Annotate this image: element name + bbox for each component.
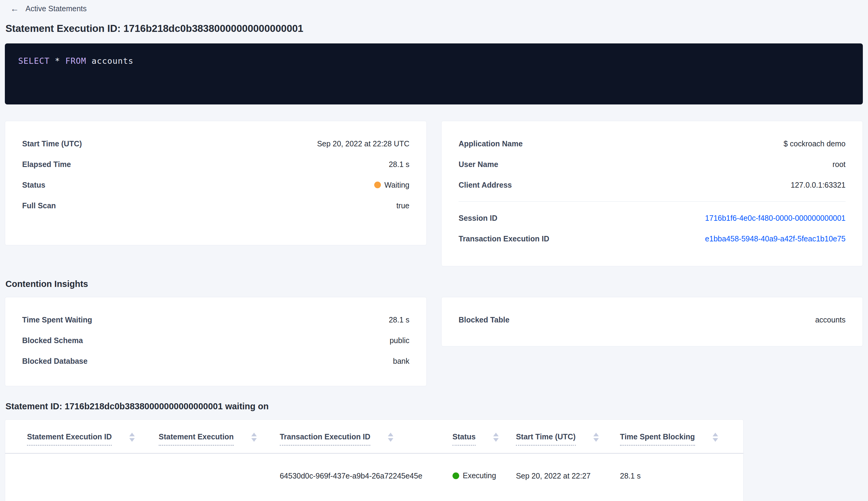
blocked-schema-label: Blocked Schema xyxy=(22,336,83,345)
column-header-time-spent-blocking[interactable]: Time Spent Blocking xyxy=(620,420,743,453)
sql-table-name: accounts xyxy=(92,56,133,66)
cell-time-spent-blocking: 28.1 s xyxy=(620,453,743,501)
client-address-label: Client Address xyxy=(458,181,512,190)
sort-icon[interactable] xyxy=(388,433,393,442)
card-divider xyxy=(458,201,846,202)
sort-icon[interactable] xyxy=(493,433,499,442)
transaction-execution-id-label: Transaction Execution ID xyxy=(458,234,549,243)
client-address-row: Client Address 127.0.0.1:63321 xyxy=(458,174,846,195)
cell-transaction-execution-id: 64530d0c-969f-437e-a9b4-26a72245e45e xyxy=(280,453,453,501)
back-arrow-icon: ← xyxy=(10,4,19,13)
sort-icon[interactable] xyxy=(251,433,257,442)
blocked-table-label: Blocked Table xyxy=(458,316,510,324)
cell-start-time: Sep 20, 2022 at 22:27 xyxy=(516,453,620,501)
column-header-statement-execution[interactable]: Statement Execution xyxy=(159,420,280,453)
status-text: Waiting xyxy=(384,181,410,190)
blocked-table-row: Blocked Table accounts xyxy=(458,309,846,330)
session-id-link[interactable]: 1716b1f6-4e0c-f480-0000-000000000001 xyxy=(705,214,846,223)
blocked-schema-row: Blocked Schema public xyxy=(22,330,410,351)
column-label: Statement Execution xyxy=(159,433,234,446)
column-header-start-time[interactable]: Start Time (UTC) xyxy=(516,420,620,453)
elapsed-time-row: Elapsed Time 28.1 s xyxy=(22,154,410,174)
status-label: Status xyxy=(22,181,45,190)
execution-details-card: Start Time (UTC) Sep 20, 2022 at 22:28 U… xyxy=(5,121,427,245)
status-value: Waiting xyxy=(374,181,410,190)
full-scan-value: true xyxy=(397,201,410,210)
time-spent-waiting-row: Time Spent Waiting 28.1 s xyxy=(22,309,410,330)
application-name-value: $ cockroach demo xyxy=(784,139,846,148)
cell-statement-execution-id xyxy=(5,453,159,501)
sql-keyword-select: SELECT xyxy=(18,56,50,66)
overview-cards-row: Start Time (UTC) Sep 20, 2022 at 22:28 U… xyxy=(5,121,863,266)
session-details-card: Application Name $ cockroach demo User N… xyxy=(441,121,863,266)
blocked-schema-value: public xyxy=(390,336,410,345)
column-header-status[interactable]: Status xyxy=(453,420,516,453)
sort-icon[interactable] xyxy=(713,433,718,442)
executing-status-dot-icon xyxy=(453,472,459,479)
session-id-row: Session ID 1716b1f6-4e0c-f480-0000-00000… xyxy=(458,208,846,228)
user-name-row: User Name root xyxy=(458,154,846,174)
column-header-transaction-execution-id[interactable]: Transaction Execution ID xyxy=(280,420,453,453)
start-time-value: Sep 20, 2022 at 22:28 UTC xyxy=(317,139,410,148)
waiting-status-dot-icon xyxy=(374,182,381,188)
sort-icon[interactable] xyxy=(593,433,599,442)
column-label: Status xyxy=(453,433,476,446)
waiting-on-table: Statement Execution ID Statement Executi… xyxy=(5,420,743,501)
breadcrumb-label: Active Statements xyxy=(25,4,87,13)
cell-status: Executing xyxy=(453,453,516,501)
column-label: Statement Execution ID xyxy=(27,433,112,446)
contention-insights-heading: Contention Insights xyxy=(6,279,863,289)
session-id-label: Session ID xyxy=(458,214,497,223)
user-name-label: User Name xyxy=(458,160,498,169)
cell-status-text: Executing xyxy=(463,471,496,480)
statement-details-page: ← Active Statements Statement Execution … xyxy=(0,0,868,501)
cell-statement-execution xyxy=(159,453,280,501)
blocked-table-value: accounts xyxy=(815,316,846,324)
blocked-database-value: bank xyxy=(393,357,410,365)
sql-keyword-from: FROM xyxy=(65,56,86,66)
sql-star: * xyxy=(55,56,60,66)
time-spent-waiting-label: Time Spent Waiting xyxy=(22,316,92,324)
sql-statement-text: SELECT * FROM accounts xyxy=(18,56,133,66)
transaction-execution-id-link[interactable]: e1bba458-5948-40a9-a42f-5feac1b10e75 xyxy=(705,234,846,243)
column-label: Start Time (UTC) xyxy=(516,433,576,446)
sort-icon[interactable] xyxy=(129,433,135,442)
elapsed-time-label: Elapsed Time xyxy=(22,160,71,169)
column-label: Transaction Execution ID xyxy=(280,433,371,446)
user-name-value: root xyxy=(833,160,846,169)
contention-details-card: Time Spent Waiting 28.1 s Blocked Schema… xyxy=(5,297,427,386)
full-scan-label: Full Scan xyxy=(22,201,56,210)
contention-cards-row: Time Spent Waiting 28.1 s Blocked Schema… xyxy=(5,297,863,386)
status-row: Status Waiting xyxy=(22,174,410,195)
waiting-on-table-card: Statement Execution ID Statement Executi… xyxy=(5,419,744,501)
blocked-table-card: Blocked Table accounts xyxy=(441,297,863,347)
table-header-row: Statement Execution ID Statement Executi… xyxy=(5,420,743,453)
application-name-row: Application Name $ cockroach demo xyxy=(458,133,846,154)
waiting-on-heading: Statement ID: 1716b218dc0b38380000000000… xyxy=(6,402,863,412)
start-time-row: Start Time (UTC) Sep 20, 2022 at 22:28 U… xyxy=(22,133,410,154)
client-address-value: 127.0.0.1:63321 xyxy=(791,181,846,190)
start-time-label: Start Time (UTC) xyxy=(22,139,82,148)
table-row: 64530d0c-969f-437e-a9b4-26a72245e45e Exe… xyxy=(5,453,743,501)
blocked-database-row: Blocked Database bank xyxy=(22,351,410,371)
elapsed-time-value: 28.1 s xyxy=(389,160,410,169)
sql-statement-box: SELECT * FROM accounts xyxy=(5,43,863,105)
time-spent-waiting-value: 28.1 s xyxy=(389,316,410,324)
column-label: Time Spent Blocking xyxy=(620,433,695,446)
blocked-database-label: Blocked Database xyxy=(22,357,87,365)
full-scan-row: Full Scan true xyxy=(22,195,410,216)
application-name-label: Application Name xyxy=(458,139,523,148)
column-header-statement-execution-id[interactable]: Statement Execution ID xyxy=(5,420,159,453)
page-title: Statement Execution ID: 1716b218dc0b3838… xyxy=(6,23,863,34)
breadcrumb-back-link[interactable]: ← Active Statements xyxy=(10,4,87,13)
transaction-execution-id-row: Transaction Execution ID e1bba458-5948-4… xyxy=(458,228,846,249)
